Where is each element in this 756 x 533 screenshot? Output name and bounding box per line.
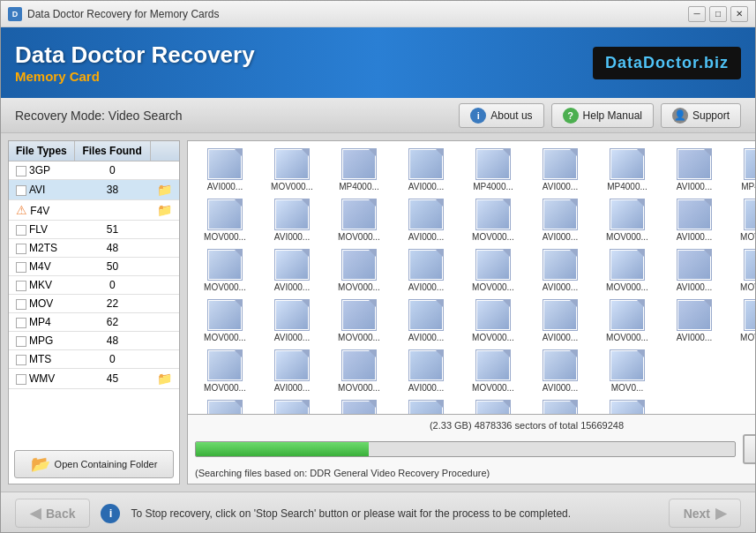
file-thumbnail: [274, 299, 310, 331]
list-item[interactable]: AVI000...: [258, 296, 326, 346]
support-button[interactable]: 👤 Support: [661, 103, 741, 128]
list-item[interactable]: AVI000...: [191, 145, 258, 195]
next-button[interactable]: Next ▶: [669, 499, 741, 528]
file-label: MOV000...: [730, 282, 756, 292]
list-item[interactable]: AVI000...: [258, 195, 326, 245]
grid-row: MOV000... AVI000... MOV000... AVI000... …: [191, 195, 756, 245]
list-item[interactable]: AVI000...: [393, 245, 460, 296]
list-item[interactable]: AVI000...: [527, 296, 594, 346]
list-item[interactable]: MOV000...: [326, 346, 393, 396]
file-grid[interactable]: AVI000... MOV000... MP4000... AVI000... …: [188, 141, 756, 414]
file-thumbnail: [475, 249, 511, 281]
brand-subtitle: Memory Card: [15, 69, 593, 84]
grid-row: MOV000... AVI000... MOV000... AVI000... …: [191, 346, 756, 396]
table-row[interactable]: AVI: [9, 180, 75, 200]
list-item[interactable]: AVI000...: [527, 396, 594, 414]
list-item[interactable]: AVI000...: [661, 245, 728, 296]
file-label: AVI000...: [528, 333, 592, 342]
list-item[interactable]: MOV000...: [326, 195, 393, 245]
list-item[interactable]: MP4000...: [460, 145, 527, 195]
list-item[interactable]: AVI000...: [393, 195, 460, 245]
list-item[interactable]: AVI000...: [258, 396, 326, 414]
nav-buttons: i About us ? Help Manual 👤 Support: [459, 103, 741, 128]
open-folder-label: Open Containing Folder: [55, 459, 158, 469]
list-item[interactable]: MOV000...: [191, 245, 258, 296]
list-item[interactable]: MOV000...: [191, 396, 258, 414]
file-label: AVI000...: [528, 232, 592, 242]
list-item[interactable]: MOV000...: [728, 195, 756, 245]
table-row[interactable]: MPG: [9, 332, 75, 350]
table-row[interactable]: MOV: [9, 295, 75, 313]
table-row[interactable]: ⚠ F4V: [9, 200, 75, 221]
list-item[interactable]: MOV000...: [326, 396, 393, 414]
file-thumbnail: [543, 299, 578, 331]
table-row[interactable]: 3GP: [9, 161, 75, 180]
list-item[interactable]: AVI000...: [527, 346, 594, 396]
help-manual-label: Help Manual: [583, 109, 642, 122]
back-button[interactable]: ◀ Back: [15, 499, 90, 528]
list-item[interactable]: MP4000...: [594, 145, 661, 195]
list-item[interactable]: AVI000...: [527, 195, 594, 245]
file-label: MOV000...: [193, 282, 257, 292]
list-item[interactable]: MOV000...: [728, 296, 756, 346]
list-item[interactable]: MOV000...: [460, 296, 527, 346]
file-thumbnail: [610, 299, 645, 331]
list-item[interactable]: AVI000...: [661, 195, 728, 245]
file-thumbnail: [677, 199, 712, 230]
list-item[interactable]: AVI000...: [393, 296, 460, 346]
list-item[interactable]: MOV000...: [191, 296, 258, 346]
list-item[interactable]: MOV000...: [191, 346, 258, 396]
progress-text: (2.33 GB) 4878336 sectors of total 15669…: [195, 420, 756, 431]
file-thumbnail: [744, 299, 756, 331]
list-item[interactable]: MOV000...: [460, 346, 527, 396]
file-thumbnail: [475, 148, 511, 180]
file-thumbnail: [341, 400, 377, 414]
list-item[interactable]: MOV000...: [728, 245, 756, 296]
about-us-button[interactable]: i About us: [459, 103, 543, 128]
list-item[interactable]: AVI000...: [661, 296, 728, 346]
file-label: MOV000...: [193, 232, 257, 242]
file-thumbnail: [744, 199, 756, 230]
open-folder-button[interactable]: 📂 Open Containing Folder: [14, 450, 174, 478]
list-item[interactable]: MOV000...: [460, 396, 527, 414]
file-thumbnail: [543, 400, 578, 414]
list-item[interactable]: MOV000...: [594, 195, 661, 245]
list-item[interactable]: MOV000...: [594, 296, 661, 346]
list-item[interactable]: MOV000...: [326, 296, 393, 346]
list-item[interactable]: AVI000...: [258, 245, 326, 296]
list-item[interactable]: MP4000...: [326, 145, 393, 195]
help-manual-button[interactable]: ? Help Manual: [551, 103, 654, 128]
list-item[interactable]: MOV0...: [594, 396, 661, 414]
table-row[interactable]: MKV: [9, 276, 75, 295]
list-item[interactable]: MP4000...: [728, 145, 756, 195]
list-item[interactable]: MOV000...: [326, 245, 393, 296]
table-row[interactable]: MTS: [9, 350, 75, 369]
list-item[interactable]: AVI000...: [393, 396, 460, 414]
file-label: AVI000...: [662, 282, 726, 292]
list-item[interactable]: AVI000...: [661, 145, 728, 195]
minimize-button[interactable]: ─: [688, 6, 706, 22]
list-item[interactable]: MOV0...: [594, 346, 661, 396]
table-row[interactable]: FLV: [9, 221, 75, 239]
list-item[interactable]: MOV000...: [191, 195, 258, 245]
list-item[interactable]: MOV000...: [258, 145, 326, 195]
file-types-table: File Types Files Found 3GP0AVI38📁⚠ F4V📁F…: [9, 141, 179, 389]
list-item[interactable]: AVI000...: [393, 346, 460, 396]
list-item[interactable]: MOV000...: [460, 245, 527, 296]
list-item[interactable]: AVI000...: [258, 346, 326, 396]
file-label: MP4000...: [327, 182, 391, 191]
table-row[interactable]: WMV: [9, 369, 75, 389]
stop-search-button[interactable]: Stop Search: [743, 434, 756, 464]
table-row[interactable]: MP4: [9, 313, 75, 332]
list-item[interactable]: MOV000...: [594, 245, 661, 296]
list-item[interactable]: AVI000...: [393, 145, 460, 195]
table-row[interactable]: M2TS: [9, 239, 75, 258]
list-item[interactable]: AVI000...: [527, 145, 594, 195]
table-row[interactable]: M4V: [9, 258, 75, 276]
brand: Data Doctor Recovery Memory Card: [15, 41, 593, 84]
file-thumbnail: [207, 249, 243, 281]
list-item[interactable]: MOV000...: [460, 195, 527, 245]
close-button[interactable]: ✕: [730, 6, 748, 22]
list-item[interactable]: AVI000...: [527, 245, 594, 296]
maximize-button[interactable]: □: [709, 6, 727, 22]
